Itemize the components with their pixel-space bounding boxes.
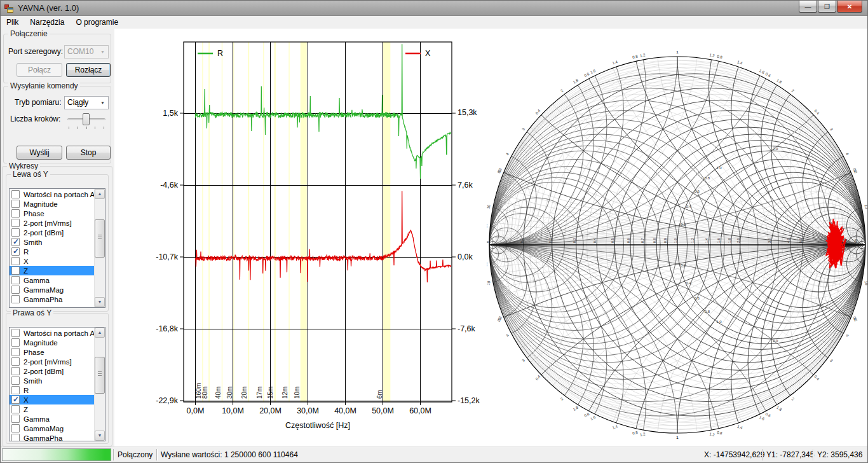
- smith-rim-label: 2: [791, 397, 796, 401]
- disconnect-button[interactable]: Rozłącz: [66, 63, 111, 77]
- smith-inner-label: 0.8: [705, 310, 710, 314]
- list-item-magnitude[interactable]: Magnitude: [10, 338, 94, 347]
- checkbox-icon[interactable]: [11, 200, 20, 208]
- measure-mode-combo[interactable]: Ciągły ▼: [64, 96, 109, 109]
- list-item-x[interactable]: X: [10, 395, 94, 404]
- menu-narzedzia[interactable]: Narzędzia: [24, 16, 70, 29]
- list-item-x[interactable]: X: [10, 256, 94, 266]
- list-item-2-port-dbm-[interactable]: 2-port [dBm]: [10, 228, 94, 237]
- band-15m: [274, 42, 276, 402]
- serial-port-combo[interactable]: COM10 ▼: [64, 45, 109, 59]
- right-axis-scrollbar[interactable]: ▲ ▼: [94, 328, 105, 441]
- menu-o-programie[interactable]: O programie: [70, 16, 124, 29]
- menu-plik[interactable]: Plik: [1, 16, 24, 29]
- titlebar[interactable]: YAVNA (ver. 1.0) — ❐ ✕: [1, 1, 867, 16]
- checkbox-checked-icon[interactable]: [11, 396, 20, 404]
- list-item-2-port-dbm-[interactable]: 2-port [dBm]: [10, 366, 94, 376]
- steps-slider[interactable]: [67, 113, 105, 130]
- smith-rim-label: 1.8: [776, 406, 783, 412]
- checkbox-icon[interactable]: [11, 434, 20, 441]
- scroll-down-icon[interactable]: ▼: [95, 431, 105, 441]
- list-item-gammapha[interactable]: GammaPha: [10, 433, 94, 441]
- list-item-magnitude[interactable]: Magnitude: [10, 199, 94, 209]
- scrollbar-thumb[interactable]: [95, 219, 105, 258]
- x-axis-tick-label: 50,0M: [372, 406, 394, 415]
- send-button[interactable]: Wyślij: [17, 146, 62, 160]
- left-axis-scrollbar[interactable]: ▲ ▼: [94, 189, 105, 307]
- smith-rim-label: 0.6: [583, 72, 590, 78]
- scroll-up-icon[interactable]: ▲: [95, 328, 105, 338]
- connect-button[interactable]: Połącz: [17, 63, 62, 77]
- list-item-r[interactable]: R: [10, 385, 94, 395]
- left-axis-tick-label: -10,7k: [156, 252, 178, 261]
- checkbox-icon[interactable]: [11, 219, 20, 227]
- smith-rim-label: 2: [560, 397, 564, 401]
- list-item-smith[interactable]: Smith: [10, 237, 94, 247]
- checkbox-icon[interactable]: [11, 286, 20, 294]
- smith-rim-label: 1.6: [759, 415, 766, 421]
- smith-rim-label: 10: [487, 204, 491, 209]
- scroll-down-icon[interactable]: ▼: [95, 297, 105, 307]
- checkbox-icon[interactable]: [11, 357, 20, 366]
- steps-slider-thumb[interactable]: [83, 113, 90, 125]
- band-6m: [383, 42, 391, 402]
- list-item-2-port-mvrms-[interactable]: 2-port [mVrms]: [10, 218, 94, 228]
- smith-rim-label: 1.8: [573, 78, 580, 85]
- stop-button[interactable]: Stop: [66, 146, 111, 160]
- list-item-warto-ci-na-portach-adc[interactable]: Wartości na portach ADC: [10, 190, 94, 199]
- checkbox-checked-icon[interactable]: [11, 238, 20, 246]
- list-item-label: 2-port [mVrms]: [24, 219, 72, 227]
- list-item-r[interactable]: R: [10, 247, 94, 256]
- checkbox-icon[interactable]: [11, 295, 20, 303]
- cursor-y2-value: Y2: 3595,436: [817, 450, 862, 459]
- checkbox-checked-icon[interactable]: [11, 247, 20, 256]
- checkbox-icon[interactable]: [11, 329, 20, 337]
- list-item-gammamag[interactable]: GammaMag: [10, 285, 94, 294]
- smith-axis-label: 5.0: [799, 238, 803, 243]
- checkbox-icon[interactable]: [11, 377, 20, 385]
- checkbox-icon[interactable]: [11, 348, 20, 356]
- command-group: Wysyłanie komendy Tryb pomiaru: Ciągły ▼…: [3, 86, 111, 163]
- checkbox-icon[interactable]: [11, 209, 20, 218]
- rx-line-chart[interactable]: 160m80m40m30m20m17m15m12m10m6m1,5k-4,6k-…: [115, 29, 490, 448]
- smith-axis-label: 0.9: [663, 238, 667, 243]
- checkbox-icon[interactable]: [11, 257, 20, 265]
- list-item-warto-ci-na-portach-adc[interactable]: Wartości na portach ADC: [10, 328, 94, 338]
- scroll-up-icon[interactable]: ▲: [95, 189, 105, 199]
- checkbox-icon[interactable]: [11, 228, 20, 237]
- close-button[interactable]: ✕: [837, 1, 862, 13]
- right-axis-list: Wartości na portach ADCMagnitudePhase2-p…: [9, 327, 105, 441]
- smith-rim-label: 0.8: [632, 431, 639, 436]
- list-item-phase[interactable]: Phase: [10, 347, 94, 357]
- scrollbar-thumb[interactable]: [95, 357, 105, 394]
- restore-button[interactable]: ❐: [818, 1, 836, 13]
- list-item-gamma[interactable]: Gamma: [10, 414, 94, 424]
- smith-rim-label: 0.8: [717, 431, 723, 436]
- list-item-gammapha[interactable]: GammaPha: [10, 294, 94, 304]
- checkbox-icon[interactable]: [11, 338, 20, 347]
- list-item-smith[interactable]: Smith: [10, 376, 94, 385]
- list-item-z[interactable]: Z: [10, 404, 94, 414]
- checkbox-icon[interactable]: [11, 386, 20, 394]
- checkbox-icon[interactable]: [11, 266, 20, 275]
- checkbox-icon[interactable]: [11, 367, 20, 375]
- smith-rim-label: 3: [521, 127, 526, 132]
- checkbox-icon[interactable]: [11, 190, 20, 198]
- list-item-z[interactable]: Z: [10, 266, 94, 275]
- smith-rim-label: 0.8: [717, 55, 723, 60]
- checkbox-icon[interactable]: [11, 405, 20, 413]
- checkbox-icon[interactable]: [11, 415, 20, 423]
- smith-axis-label: 4.0: [787, 238, 790, 243]
- smith-chart[interactable]: 00.10.20.30.40.50.60.70.80.91.01.21.41.6…: [487, 29, 868, 448]
- list-item-gammamag[interactable]: GammaMag: [10, 424, 94, 433]
- list-item-2-port-mvrms-[interactable]: 2-port [mVrms]: [10, 357, 94, 366]
- list-item-phase[interactable]: Phase: [10, 209, 94, 218]
- list-item-label: Smith: [24, 238, 42, 246]
- smith-rim-label: 4: [845, 334, 850, 338]
- minimize-button[interactable]: —: [799, 1, 817, 13]
- smith-inner-label: 2.0: [773, 339, 778, 343]
- checkbox-icon[interactable]: [11, 276, 20, 284]
- list-item-gamma[interactable]: Gamma: [10, 275, 94, 285]
- checkbox-icon[interactable]: [11, 424, 20, 432]
- band-label-40m: 40m: [215, 387, 222, 399]
